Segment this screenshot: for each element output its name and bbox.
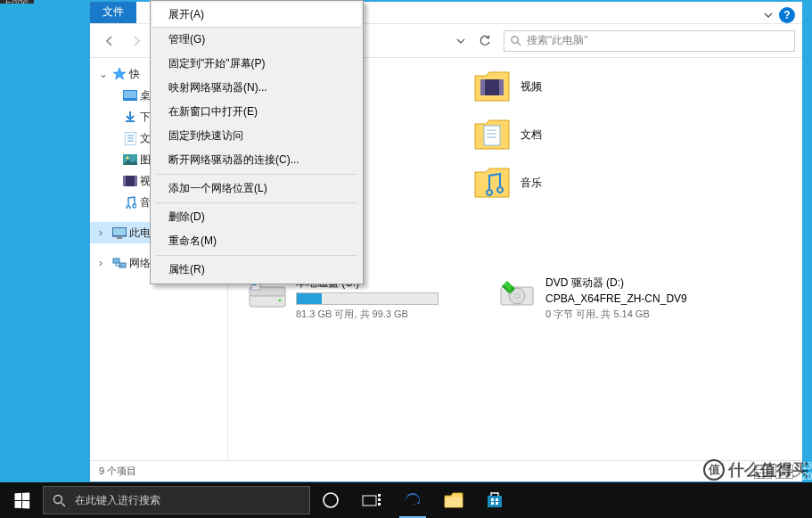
svg-point-10 [127,157,129,160]
search-input[interactable]: 搜索"此电脑" [504,30,795,52]
star-icon [111,67,127,81]
dvd-icon [497,275,537,314]
music-icon [122,195,138,210]
svg-point-41 [324,493,338,507]
taskbar-search-input[interactable]: 在此键入进行搜索 [43,486,310,514]
chevron-down-icon: ⌄ [99,68,110,80]
folder-music-icon [472,163,512,202]
nav-forward-button[interactable] [124,29,149,53]
document-icon [122,131,138,145]
drive-volume-label: CPBA_X64FRE_ZH-CN_DV9 [545,291,687,307]
cortana-button[interactable] [310,482,351,518]
task-view-button[interactable] [351,482,392,518]
svg-rect-46 [445,497,463,507]
network-icon [111,256,127,270]
taskbar-app-edge[interactable] [392,482,433,518]
menu-item-delete[interactable]: 删除(D) [152,205,361,229]
menu-item-pin-quick[interactable]: 固定到快速访问 [152,124,361,148]
folder-label: 文档 [521,127,542,143]
watermark-icon: 值 [703,459,725,481]
svg-rect-51 [496,502,498,505]
folder-videos[interactable]: 视频 [472,65,677,108]
chevron-right-icon: › [99,257,110,269]
nav-back-button[interactable] [97,29,122,53]
sidebar-item-label: 网络 [129,256,151,271]
svg-point-37 [515,294,519,298]
addr-dropdown-icon[interactable] [448,29,473,53]
folder-label: 音乐 [521,176,542,191]
taskbar-app-store[interactable] [474,482,515,518]
edge-window-hint: Edge [0,0,34,4]
svg-rect-16 [117,237,122,239]
svg-rect-47 [488,496,502,507]
folder-documents[interactable]: 文档 [472,113,677,156]
svg-rect-45 [378,503,381,506]
search-icon [53,494,66,507]
taskbar-app-explorer[interactable] [433,482,474,518]
svg-rect-22 [480,79,485,95]
taskbar: 在此键入进行搜索 [0,482,812,518]
windows-logo-icon [14,492,29,508]
taskbar-search-placeholder: 在此键入进行搜索 [75,493,160,508]
menu-item-manage[interactable]: 管理(G) [152,28,361,52]
menu-item-add-location[interactable]: 添加一个网络位置(L) [152,177,361,201]
svg-point-39 [54,495,62,503]
svg-rect-50 [491,502,494,505]
menu-item-new-window[interactable]: 在新窗口中打开(E) [152,100,361,124]
svg-rect-12 [123,176,126,186]
desktop: Edge ? 文件 搜索"此电脑" ⌄ [0,0,812,518]
folder-label: 视频 [521,79,542,95]
svg-rect-3 [124,91,136,98]
menu-separator [156,202,357,203]
menu-item-pin-start[interactable]: 固定到"开始"屏幕(P) [152,52,361,76]
folder-music[interactable]: 音乐 [472,161,677,204]
svg-line-1 [517,42,521,45]
search-icon [510,35,521,46]
refresh-button[interactable] [475,31,495,51]
menu-item-properties[interactable]: 属性(R) [152,258,361,282]
menu-item-expand[interactable]: 展开(A) [152,3,361,28]
ribbon-tab-file[interactable]: 文件 [90,2,136,23]
download-icon [122,110,138,124]
drive-d[interactable]: DVD 驱动器 (D:) CPBA_X64FRE_ZH-CN_DV9 0 字节 … [497,275,720,322]
video-icon [122,174,138,188]
svg-rect-44 [378,498,381,501]
svg-rect-23 [499,79,504,95]
ribbon-expand-icon[interactable] [763,10,774,21]
svg-rect-17 [113,259,119,263]
drive-name: DVD 驱动器 (D:) [545,275,687,291]
drive-sub: 0 字节 可用, 共 5.14 GB [545,307,687,322]
chevron-right-icon: › [99,226,110,239]
menu-separator [156,255,357,256]
folder-video-icon [472,67,512,106]
pc-icon [111,226,127,240]
svg-rect-49 [496,498,498,501]
context-menu: 展开(A) 管理(G) 固定到"开始"屏幕(P) 映射网络驱动器(N)... 在… [150,0,364,284]
svg-rect-48 [491,498,494,501]
folder-docs-icon [472,115,512,154]
drive-sub: 81.3 GB 可用, 共 99.3 GB [296,307,439,322]
svg-rect-43 [378,494,381,497]
menu-separator [156,174,357,175]
desktop-icon [122,88,138,103]
svg-point-0 [512,37,518,43]
svg-rect-13 [135,176,137,186]
svg-point-34 [279,300,282,302]
svg-rect-42 [363,496,376,506]
drive-capacity-bar [296,292,439,305]
status-item-count: 9 个项目 [99,465,136,478]
svg-rect-24 [484,126,500,145]
menu-item-rename[interactable]: 重命名(M) [152,229,361,253]
menu-item-map-drive[interactable]: 映射网络驱动器(N)... [152,76,361,100]
help-icon[interactable]: ? [779,7,795,23]
status-bar: 9 个项目 [90,460,802,481]
svg-line-40 [62,503,65,506]
menu-item-disconnect[interactable]: 断开网络驱动器的连接(C)... [152,148,361,172]
start-button[interactable] [0,482,43,518]
sidebar-item-label: 快 [129,67,140,82]
clock-hint: 13 2020 [792,461,812,482]
search-placeholder: 搜索"此电脑" [527,33,588,48]
svg-rect-15 [113,228,126,235]
picture-icon [122,152,138,167]
